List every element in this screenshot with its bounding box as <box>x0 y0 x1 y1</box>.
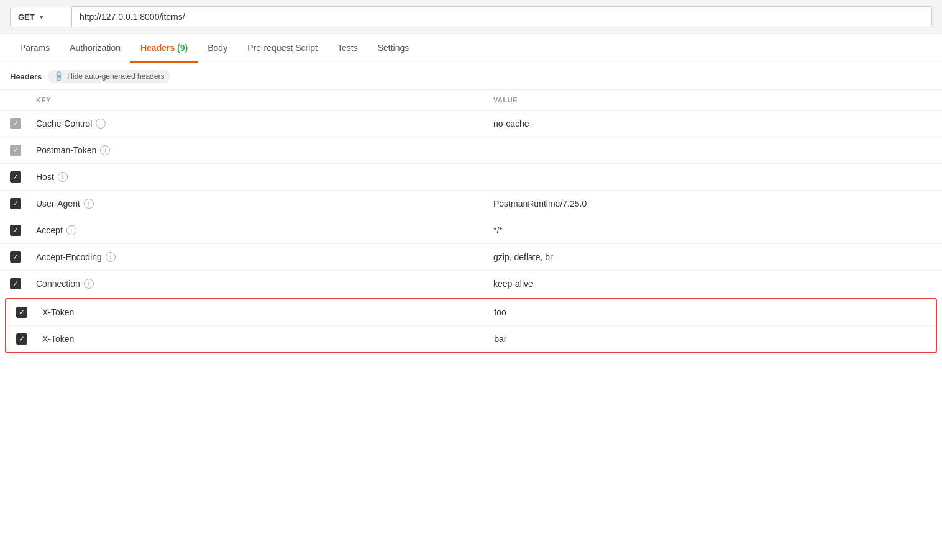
info-icon[interactable]: i <box>106 252 116 262</box>
checkbox-cell[interactable]: ✓ <box>6 326 32 353</box>
value-cell: foo <box>484 299 936 326</box>
header-key: Host <box>36 172 54 182</box>
key-cell: Postman-Token i <box>26 137 483 164</box>
section-title: Headers <box>10 72 42 81</box>
tabs-bar: Params Authorization Headers (9) Body Pr… <box>0 34 942 63</box>
value-cell <box>483 164 942 191</box>
header-key: User-Agent <box>36 199 80 209</box>
value-cell: PostmanRuntime/7.25.0 <box>483 191 942 217</box>
value-cell: no-cache <box>483 111 942 137</box>
method-label: GET <box>18 12 35 22</box>
tab-authorization[interactable]: Authorization <box>60 34 130 63</box>
info-icon[interactable]: i <box>100 145 110 155</box>
checkbox[interactable]: ✓ <box>10 278 21 289</box>
header-key: Postman-Token <box>36 145 96 155</box>
highlighted-headers-section: ✓ X-Token foo ✓ X-Token bar <box>5 298 937 353</box>
key-col-header: KEY <box>26 90 483 111</box>
value-cell: */* <box>483 217 942 244</box>
value-cell: gzip, deflate, br <box>483 244 942 271</box>
table-row: ✓ X-Token foo <box>6 299 936 326</box>
checkbox-cell[interactable]: ✓ <box>0 164 26 191</box>
tab-settings[interactable]: Settings <box>368 34 419 63</box>
info-icon[interactable]: i <box>96 119 106 129</box>
table-row: ✓ Accept i */* <box>0 217 942 244</box>
key-cell: X-Token <box>32 326 484 353</box>
header-key: Accept <box>36 225 63 235</box>
hide-auto-headers-button[interactable]: 🔗 Hide auto-generated headers <box>48 70 170 83</box>
headers-table: KEY VALUE ✓ Cache-Control i no-cache ✓ P… <box>0 90 942 297</box>
header-key: Accept-Encoding <box>36 252 102 262</box>
value-cell: bar <box>484 326 936 353</box>
key-cell: Accept i <box>26 217 483 244</box>
key-cell: Connection i <box>26 271 483 297</box>
header-key: X-Token <box>42 334 74 344</box>
header-key: Connection <box>36 279 80 289</box>
value-cell <box>483 137 942 164</box>
method-selector[interactable]: GET ▼ <box>10 7 72 27</box>
checkbox[interactable]: ✓ <box>10 198 21 209</box>
checkbox[interactable]: ✓ <box>10 118 21 129</box>
value-col-header: VALUE <box>483 90 942 111</box>
checkbox-cell[interactable]: ✓ <box>0 217 26 244</box>
key-cell: X-Token <box>32 299 484 326</box>
info-icon[interactable]: i <box>58 172 68 182</box>
key-cell: Host i <box>26 164 483 191</box>
header-key: X-Token <box>42 307 74 317</box>
table-row: ✓ Accept-Encoding i gzip, deflate, br <box>0 244 942 271</box>
tab-headers[interactable]: Headers (9) <box>130 34 198 63</box>
checkbox-col-header <box>0 90 26 111</box>
link-icon: 🔗 <box>53 70 66 83</box>
highlighted-table: ✓ X-Token foo ✓ X-Token bar <box>6 299 936 352</box>
table-row: ✓ Connection i keep-alive <box>0 271 942 297</box>
checkbox-cell[interactable]: ✓ <box>0 271 26 297</box>
checkbox[interactable]: ✓ <box>16 307 27 318</box>
section-header: Headers 🔗 Hide auto-generated headers <box>0 63 942 90</box>
checkbox[interactable]: ✓ <box>10 171 21 183</box>
header-key: Cache-Control <box>36 119 92 129</box>
table-row: ✓ Host i <box>0 164 942 191</box>
url-input[interactable] <box>72 6 932 27</box>
table-row: ✓ Cache-Control i no-cache <box>0 111 942 137</box>
checkbox-cell[interactable]: ✓ <box>0 137 26 164</box>
checkbox[interactable]: ✓ <box>10 251 21 263</box>
value-cell: keep-alive <box>483 271 942 297</box>
tab-prerequest[interactable]: Pre-request Script <box>237 34 327 63</box>
checkbox-cell[interactable]: ✓ <box>0 244 26 271</box>
tab-params[interactable]: Params <box>10 34 60 63</box>
info-icon[interactable]: i <box>84 199 94 209</box>
key-cell: User-Agent i <box>26 191 483 217</box>
table-row: ✓ Postman-Token i <box>0 137 942 164</box>
method-chevron-icon: ▼ <box>39 14 45 20</box>
checkbox[interactable]: ✓ <box>10 225 21 236</box>
tab-tests[interactable]: Tests <box>327 34 368 63</box>
key-cell: Cache-Control i <box>26 111 483 137</box>
table-row: ✓ X-Token bar <box>6 326 936 353</box>
info-icon[interactable]: i <box>84 279 94 289</box>
checkbox[interactable]: ✓ <box>16 333 27 345</box>
table-row: ✓ User-Agent i PostmanRuntime/7.25.0 <box>0 191 942 217</box>
key-cell: Accept-Encoding i <box>26 244 483 271</box>
checkbox[interactable]: ✓ <box>10 145 21 156</box>
checkbox-cell[interactable]: ✓ <box>0 191 26 217</box>
tab-body[interactable]: Body <box>198 34 237 63</box>
url-bar: GET ▼ <box>0 0 942 34</box>
checkbox-cell[interactable]: ✓ <box>6 299 32 326</box>
info-icon[interactable]: i <box>66 225 76 235</box>
checkbox-cell[interactable]: ✓ <box>0 111 26 137</box>
